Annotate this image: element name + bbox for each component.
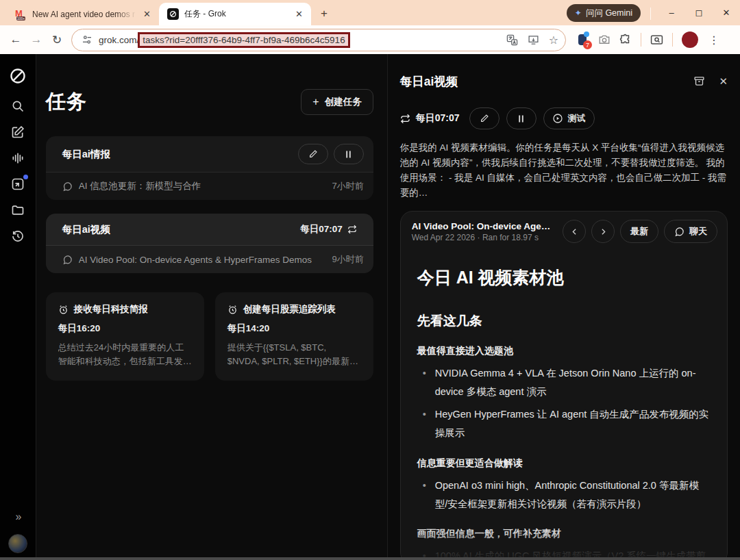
search-icon[interactable] <box>5 94 30 118</box>
archive-icon[interactable] <box>693 75 705 88</box>
task-title: 每日ai情报 <box>62 148 110 161</box>
chat-bubble-icon <box>62 255 73 265</box>
page-title: 任务 <box>46 88 87 116</box>
detail-schedule: 每日07:07 <box>400 112 460 125</box>
window-controls: – ◻ ✕ <box>658 0 740 25</box>
tab-strip: M100+ New AI agent video demos r ✕ 任务 - … <box>0 0 740 25</box>
suggestion-card-stock-watchlist[interactable]: 创建每日股票追踪列表 每日14:20 提供关于{{$TSLA, $BTC, $N… <box>215 292 373 381</box>
extensions-area: 7 ⋮ <box>576 31 725 48</box>
repeat-icon <box>347 225 357 234</box>
detail-title: 每日ai视频 <box>400 73 694 90</box>
suggestion-schedule: 每日16:20 <box>58 322 192 335</box>
screen-search-icon[interactable] <box>650 34 663 47</box>
gemini-star-icon: ✦ <box>575 8 582 18</box>
result-section-heading: 画面强但信息一般，可作补充素材 <box>417 528 711 540</box>
edit-schedule-button[interactable] <box>469 107 500 129</box>
result-bullet-list: NVIDIA Gemma 4 + VLA 在 Jetson Orin Nano … <box>417 364 711 442</box>
divider <box>672 33 673 47</box>
sidebar: » <box>0 54 36 560</box>
task-card-daily-ai-video[interactable]: 每日ai视频 每日07:07 AI Video Pool: On-device … <box>46 214 373 273</box>
history-icon[interactable] <box>5 224 30 249</box>
result-h1: 今日 AI 视频素材池 <box>417 266 711 289</box>
result-section-heading: 信息重要但更适合做解读 <box>417 457 711 470</box>
profile-avatar[interactable] <box>682 31 698 48</box>
task-schedule: 每日07:07 <box>300 223 357 236</box>
task-time: 7小时前 <box>332 180 363 192</box>
task-last-result[interactable]: AI 信息池更新：新模型与合作 7小时前 <box>46 172 373 200</box>
browser-window: M100+ New AI agent video demos r ✕ 任务 - … <box>0 0 740 560</box>
pause-schedule-button[interactable] <box>506 107 536 129</box>
forward-button[interactable]: → <box>26 33 47 47</box>
password-extension-icon[interactable]: 7 <box>576 33 589 47</box>
tasks-icon[interactable] <box>5 172 30 196</box>
translate-icon[interactable] <box>506 34 518 46</box>
result-title: AI Video Pool: On-device Agents &… <box>412 221 556 231</box>
reload-button[interactable]: ↻ <box>47 33 67 47</box>
new-tab-button[interactable]: + <box>315 5 333 23</box>
minimize-button[interactable]: – <box>658 8 685 18</box>
tab-close-icon[interactable]: ✕ <box>142 9 152 19</box>
task-time: 9小时前 <box>332 253 363 266</box>
bullet-item: NVIDIA Gemma 4 + VLA 在 Jetson Orin Nano … <box>417 364 711 401</box>
task-prompt-description[interactable]: 你是我的 AI 视频素材编辑。你的任务是每天从 X 平台收集“值得进入我视频候选… <box>400 140 728 200</box>
close-button[interactable]: ✕ <box>713 8 740 18</box>
result-section-heading: 最值得直接进入选题池 <box>417 345 711 357</box>
tab-close-icon[interactable]: ✕ <box>294 9 304 19</box>
extensions-puzzle-icon[interactable] <box>619 34 632 46</box>
install-icon[interactable] <box>528 34 539 46</box>
edit-task-button[interactable] <box>298 144 328 164</box>
play-circle-icon <box>552 113 563 124</box>
chat-bubble-icon <box>62 181 73 192</box>
grok-logo-icon[interactable] <box>5 64 30 88</box>
result-meta: Wed Apr 22 2026 · Ran for 18.97 s <box>412 233 556 242</box>
chat-bubble-icon <box>674 227 684 237</box>
close-panel-icon[interactable]: ✕ <box>719 75 728 88</box>
extension-badge: 7 <box>583 40 592 49</box>
notification-dot <box>23 175 28 179</box>
result-h2: 先看这几条 <box>417 312 711 330</box>
compose-icon[interactable] <box>5 120 30 144</box>
bookmark-star-icon[interactable]: ☆ <box>549 34 558 47</box>
tab-gmail[interactable]: M100+ New AI agent video demos r ✕ <box>7 3 159 25</box>
chat-button[interactable]: 聊天 <box>664 220 717 243</box>
files-icon[interactable] <box>5 198 30 222</box>
test-task-button[interactable]: 测试 <box>543 107 595 129</box>
latest-button[interactable]: 最新 <box>620 220 658 243</box>
repeat-icon <box>400 114 410 124</box>
prev-result-button[interactable] <box>563 220 586 243</box>
bullet-item: HeyGen HyperFrames 让 AI agent 自动生成产品发布视频… <box>417 405 711 442</box>
back-button[interactable]: ← <box>5 33 26 47</box>
plus-icon: + <box>312 96 319 108</box>
tab-title: 任务 - Grok <box>184 8 288 20</box>
voice-icon[interactable] <box>5 146 30 170</box>
tab-grok-active[interactable]: 任务 - Grok ✕ <box>159 3 311 25</box>
pause-task-button[interactable] <box>334 144 364 164</box>
camera-extension-icon[interactable] <box>598 34 610 46</box>
browser-menu-icon[interactable]: ⋮ <box>707 34 725 47</box>
task-detail-panel: 每日ai视频 ✕ 每日07:07 <box>387 54 740 560</box>
task-last-result[interactable]: AI Video Pool: On-device Agents & HyperF… <box>46 245 373 273</box>
task-card-daily-ai-news[interactable]: 每日ai情报 AI 信息池更新：新模型与合作 7小时前 <box>46 136 373 200</box>
maximize-button[interactable]: ◻ <box>685 8 713 18</box>
task-title: 每日ai视频 <box>62 223 110 236</box>
result-content[interactable]: 今日 AI 视频素材池 先看这几条 最值得直接进入选题池 NVIDIA Gemm… <box>401 251 727 559</box>
suggestion-description: 提供关于{{$TSLA, $BTC, $NVDA, $PLTR, $ETH}}的… <box>227 341 361 368</box>
site-info-icon[interactable] <box>82 34 92 45</box>
url-highlighted-path: tasks?rid=20fff376-64b9-4ff7-bf9a-469b6c… <box>138 32 349 48</box>
result-bullet-list: 100% AI 生成的 UGC 风格短视频演示（V2 系统一键生成带剪辑） <box>417 547 711 559</box>
divider <box>650 8 651 20</box>
next-result-button[interactable] <box>591 220 615 243</box>
grok-favicon-icon <box>167 8 179 20</box>
user-avatar[interactable] <box>8 534 27 553</box>
alarm-clock-icon <box>227 305 238 315</box>
sidebar-expand-button[interactable]: » <box>15 511 20 523</box>
ask-gemini-button[interactable]: ✦ 问问 Gemini <box>567 4 641 22</box>
suggestion-card-tech-briefing[interactable]: 接收每日科技简报 每日16:20 总结过去24小时内最重要的人工智能和科技动态，… <box>46 292 204 381</box>
create-task-button[interactable]: + 创建任务 <box>301 89 373 115</box>
browser-toolbar: ← → ↻ grok.com/tasks?rid=20fff376-64b9-4… <box>0 25 740 54</box>
address-bar[interactable]: grok.com/tasks?rid=20fff376-64b9-4ff7-bf… <box>71 29 566 51</box>
url-text: grok.com/tasks?rid=20fff376-64b9-4ff7-bf… <box>99 32 350 48</box>
alarm-clock-icon <box>58 305 69 315</box>
result-card: AI Video Pool: On-device Agents &… Wed A… <box>400 211 728 560</box>
bullet-item: OpenAI o3 mini high、Anthropic Constituti… <box>417 476 711 513</box>
